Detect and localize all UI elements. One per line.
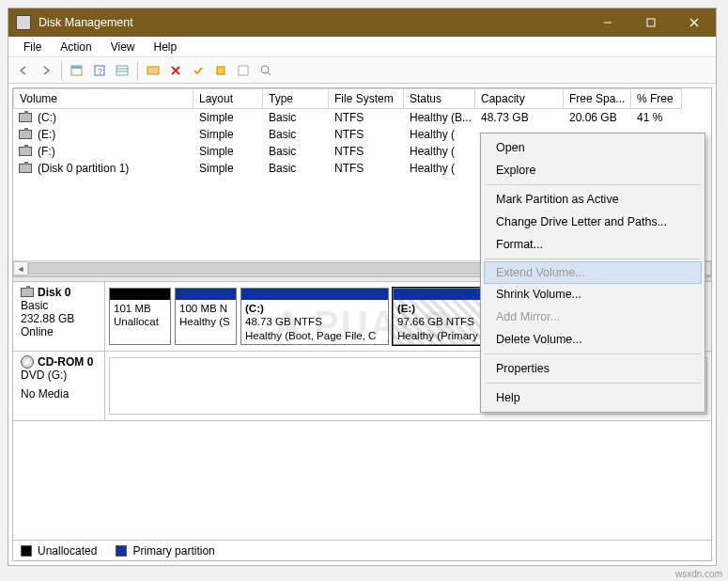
cdrom-label[interactable]: CD-ROM 0 DVD (G:) No Media	[13, 352, 105, 420]
disk0-state: Online	[21, 325, 97, 338]
refresh-icon[interactable]	[144, 61, 163, 80]
close-button[interactable]	[673, 8, 716, 37]
menubar: File Action View Help	[8, 37, 716, 57]
table-row[interactable]: (C:)SimpleBasicNTFSHealthy (B...48.73 GB…	[13, 109, 711, 126]
ctx-mark-active[interactable]: Mark Partition as Active	[483, 188, 703, 211]
disk-icon	[21, 288, 34, 297]
legend: Unallocated Primary partition	[13, 540, 711, 560]
col-layout[interactable]: Layout	[194, 88, 263, 109]
action1-icon[interactable]	[211, 61, 230, 80]
legend-unallocated: Unallocated	[38, 544, 97, 557]
maximize-button[interactable]	[629, 8, 673, 37]
ctx-extend-volume[interactable]: Extend Volume...	[484, 261, 702, 284]
cdrom-icon	[21, 355, 34, 369]
props-icon[interactable]	[68, 61, 86, 80]
partition[interactable]: (C:)48.73 GB NTFSHealthy (Boot, Page Fil…	[240, 288, 389, 345]
svg-rect-7	[217, 67, 225, 74]
svg-rect-8	[239, 66, 248, 75]
partition[interactable]: 101 MBUnallocat	[109, 288, 171, 345]
ctx-explore[interactable]: Explore	[483, 159, 703, 181]
cdrom-name: CD-ROM 0	[38, 355, 93, 369]
partition[interactable]: 100 MB NHealthy (S	[175, 288, 237, 345]
col-free[interactable]: Free Spa...	[564, 88, 631, 109]
source-tag: wsxdn.com	[675, 569, 722, 579]
cdrom-line1: DVD (G:)	[21, 369, 97, 382]
col-status[interactable]: Status	[404, 88, 475, 109]
help-icon[interactable]: ?	[90, 61, 109, 80]
search-icon[interactable]	[256, 61, 275, 80]
ctx-shrink-volume[interactable]: Shrink Volume...	[483, 283, 703, 306]
col-type[interactable]: Type	[263, 88, 329, 109]
back-button[interactable]	[14, 61, 33, 80]
disk0-label[interactable]: Disk 0 Basic 232.88 GB Online	[13, 282, 105, 351]
forward-button[interactable]	[37, 61, 55, 80]
minimize-button[interactable]	[586, 8, 629, 37]
cdrom-line2: No Media	[21, 387, 97, 400]
svg-rect-0	[647, 19, 655, 26]
ctx-properties[interactable]: Properties	[483, 357, 703, 380]
volume-icon	[19, 113, 32, 122]
disk0-size: 232.88 GB	[21, 312, 97, 325]
svg-rect-5	[116, 66, 128, 75]
details-icon[interactable]	[113, 61, 132, 80]
swatch-unallocated	[21, 545, 32, 557]
svg-rect-6	[147, 67, 159, 74]
col-capacity[interactable]: Capacity	[475, 88, 564, 109]
titlebar: Disk Management	[8, 8, 716, 37]
ctx-open[interactable]: Open	[483, 136, 703, 159]
delete-icon[interactable]	[166, 61, 185, 80]
menu-file[interactable]: File	[14, 39, 51, 55]
app-icon	[16, 15, 31, 30]
svg-rect-2	[71, 66, 82, 69]
context-menu: Open Explore Mark Partition as Active Ch…	[480, 133, 705, 413]
menu-action[interactable]: Action	[51, 39, 101, 55]
disk0-name: Disk 0	[38, 286, 70, 299]
volume-icon	[19, 164, 32, 173]
grid-header: Volume Layout Type File System Status Ca…	[13, 88, 711, 109]
ctx-delete-volume[interactable]: Delete Volume...	[483, 328, 703, 351]
menu-view[interactable]: View	[101, 39, 145, 55]
action2-icon[interactable]	[234, 61, 253, 80]
toolbar: ?	[8, 57, 716, 84]
svg-point-9	[261, 66, 269, 73]
volume-icon	[19, 147, 32, 156]
ctx-change-letter[interactable]: Change Drive Letter and Paths...	[483, 211, 703, 233]
col-fs[interactable]: File System	[329, 88, 404, 109]
ctx-format[interactable]: Format...	[483, 233, 703, 256]
col-pct[interactable]: % Free	[631, 88, 682, 109]
check-icon[interactable]	[189, 61, 208, 80]
legend-primary: Primary partition	[132, 544, 214, 557]
ctx-add-mirror: Add Mirror...	[483, 306, 703, 328]
ctx-help[interactable]: Help	[483, 386, 703, 409]
menu-help[interactable]: Help	[145, 39, 187, 55]
volume-icon	[19, 130, 32, 139]
svg-text:?: ?	[98, 67, 102, 76]
swatch-primary	[116, 545, 127, 557]
window-title: Disk Management	[39, 16, 586, 29]
disk0-type: Basic	[21, 299, 97, 312]
col-volume[interactable]: Volume	[13, 88, 194, 109]
